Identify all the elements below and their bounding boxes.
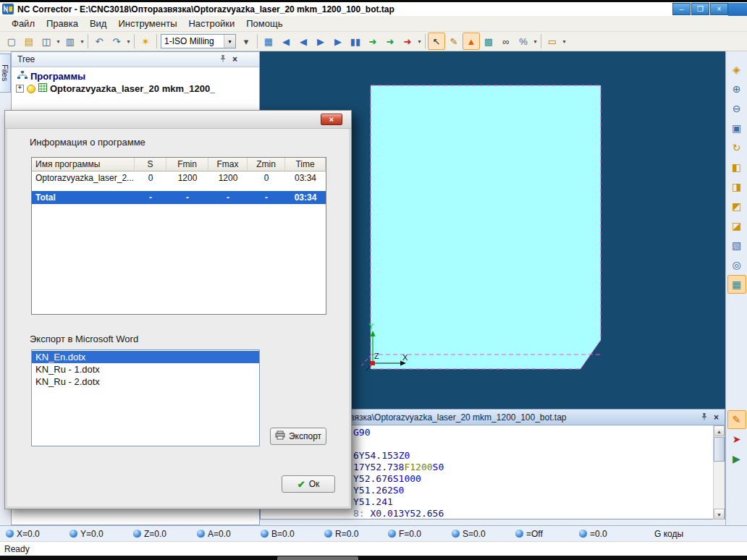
status-orb-icon <box>452 530 460 538</box>
total-cell: 03:34 <box>285 191 326 204</box>
info-group-label: Информация о программе <box>30 137 145 148</box>
compare-view-icon[interactable]: ∞ <box>497 33 515 50</box>
title-bar: NC Corrector - E:\CNC3018\Опторазвязка\O… <box>0 0 747 16</box>
status-orb-icon <box>6 530 14 538</box>
ready-text: Ready <box>4 544 30 554</box>
highlight-tool-icon[interactable]: ▲ <box>463 33 480 50</box>
zoom-selection-icon[interactable]: ◎ <box>727 255 746 274</box>
close-tree-panel-icon[interactable]: × <box>232 55 237 64</box>
table-header-row: Имя программыSFminFmaxZminTime <box>32 158 326 171</box>
combo-arrow-icon[interactable]: ▾ <box>224 35 235 48</box>
rotate-view-icon[interactable]: ↻ <box>727 138 746 157</box>
menu-item-help[interactable]: Помощь <box>240 17 288 30</box>
wireframe-mode-icon[interactable]: ▧ <box>727 236 746 255</box>
gcodes-button[interactable]: G коды <box>654 529 683 539</box>
dialog-close-button[interactable]: × <box>321 114 342 125</box>
total-cell: - <box>135 191 166 204</box>
origin-marker <box>371 361 375 365</box>
zoom-out-icon[interactable]: ⊖ <box>727 99 746 118</box>
close-gcode-panel-icon[interactable]: × <box>714 413 719 422</box>
edit-gcode-icon[interactable]: ✎ <box>727 410 746 429</box>
export-button[interactable]: Экспорт <box>270 428 326 445</box>
tree-item-program[interactable]: + Optorazvyazka_laser_20 mkm_1200_ <box>12 82 259 95</box>
open-file-icon[interactable]: ▤ <box>20 33 38 50</box>
tree-panel-title: Tree <box>17 54 219 64</box>
zoom-window-icon[interactable]: ▣ <box>727 119 746 137</box>
view-iso-icon[interactable]: ◪ <box>727 216 746 235</box>
fit-view-icon[interactable]: ◈ <box>727 60 746 79</box>
undo-icon[interactable]: ↶ <box>90 33 108 50</box>
pin-icon[interactable] <box>701 412 708 423</box>
edit-draw-icon[interactable]: ✎ <box>445 33 463 50</box>
status-orb-icon <box>197 530 205 538</box>
template-item[interactable]: KN_Ru - 2.dotx <box>32 376 259 388</box>
ok-button[interactable]: ✔ Ок <box>282 475 335 493</box>
tools-icon[interactable]: ✶ <box>137 33 154 50</box>
files-tab[interactable]: Files <box>0 54 11 93</box>
template-item[interactable]: KN_Ru - 1.dotx <box>32 363 259 376</box>
measure-tool-dropdown-icon[interactable]: ▾ <box>561 33 567 49</box>
print-dropdown-icon[interactable]: ▾ <box>79 33 85 49</box>
close-button[interactable]: × <box>710 3 728 15</box>
template-listbox[interactable]: KN_En.dotxKN_Ru - 1.dotxKN_Ru - 2.dotx <box>31 349 260 446</box>
stop-dropdown-icon[interactable]: ▾ <box>416 33 423 49</box>
measure-tool-icon[interactable]: ▭ <box>544 33 561 50</box>
print-icon[interactable]: ▥ <box>62 33 79 50</box>
scroll-up-icon[interactable]: ▲ <box>714 425 725 436</box>
grid-view-icon[interactable]: ▦ <box>260 33 277 50</box>
table-total-row: Total----03:34 <box>32 191 326 204</box>
go-last-icon[interactable]: ▶ <box>329 33 347 50</box>
preset-extra-icon[interactable]: ▾ <box>237 33 255 50</box>
clock-icon <box>579 530 587 538</box>
zoom-in-icon[interactable]: ⊕ <box>727 80 746 98</box>
backplot-icon[interactable]: ➤ <box>727 430 746 449</box>
scroll-down-icon[interactable]: ▼ <box>714 509 725 519</box>
run-icon[interactable]: ➜ <box>364 33 381 50</box>
column-header: Fmax <box>208 158 248 171</box>
files-tab-label: Files <box>1 64 9 81</box>
machine-preset-combo[interactable]: 1-ISO Milling▾ <box>161 34 236 48</box>
expand-icon[interactable]: + <box>16 85 24 93</box>
simulate-icon[interactable]: ▶ <box>727 449 746 468</box>
tree-item-programs-label: Программы <box>30 71 85 82</box>
view-top-icon[interactable]: ◧ <box>727 158 746 177</box>
window-title: NC Corrector - E:\CNC3018\Опторазвязка\O… <box>17 4 394 14</box>
template-item[interactable]: KN_En.dotx <box>32 351 259 363</box>
minimize-button[interactable]: – <box>672 3 691 15</box>
menu-item-file[interactable]: Файл <box>6 17 41 30</box>
save-file-dropdown-icon[interactable]: ▾ <box>55 33 62 49</box>
menu-item-view[interactable]: Вид <box>84 17 113 30</box>
status-orb-icon <box>69 530 77 538</box>
step-back-icon[interactable]: ◀ <box>295 33 312 50</box>
program-icon <box>38 83 47 94</box>
table-row[interactable]: Optorazvyazka_laser_2...012001200003:34 <box>32 171 326 184</box>
table-cell: 0 <box>248 171 285 184</box>
new-file-icon[interactable]: ▢ <box>3 33 20 50</box>
dialog-titlebar[interactable]: × <box>5 111 351 129</box>
go-first-icon[interactable]: ◀ <box>277 33 295 50</box>
stop-icon[interactable]: ➜ <box>399 33 416 50</box>
scroll-thumb[interactable] <box>714 437 725 462</box>
redo-icon[interactable]: ↷ <box>108 33 125 50</box>
view-front-icon[interactable]: ◨ <box>727 177 746 196</box>
restore-button[interactable]: ❐ <box>691 3 709 15</box>
toolbar-separator <box>134 34 135 48</box>
redo-dropdown-icon[interactable]: ▾ <box>125 33 132 49</box>
select-cursor-icon[interactable]: ↖ <box>428 33 445 50</box>
save-file-icon[interactable]: ◫ <box>38 33 55 50</box>
menu-item-edit[interactable]: Правка <box>41 17 84 30</box>
scale-tool-dropdown-icon[interactable]: ▾ <box>532 33 539 49</box>
table-view-icon[interactable]: ▩ <box>480 33 497 50</box>
menu-item-tools[interactable]: Инструменты <box>112 17 182 30</box>
run-from-icon[interactable]: ➜ <box>381 33 399 50</box>
menu-item-settings[interactable]: Настройки <box>182 17 240 30</box>
scale-tool-icon[interactable]: % <box>515 33 532 50</box>
region-select-icon[interactable]: ▦ <box>727 275 746 294</box>
toolbar-separator <box>156 34 157 48</box>
gcode-scrollbar[interactable]: ▲ ▼ <box>713 425 725 519</box>
step-forward-icon[interactable]: ▶ <box>312 33 329 50</box>
view-side-icon[interactable]: ◩ <box>727 197 746 216</box>
tree-item-programs[interactable]: Программы <box>12 70 259 82</box>
pause-icon[interactable]: ▮▮ <box>347 33 364 50</box>
pin-icon[interactable] <box>219 54 227 64</box>
